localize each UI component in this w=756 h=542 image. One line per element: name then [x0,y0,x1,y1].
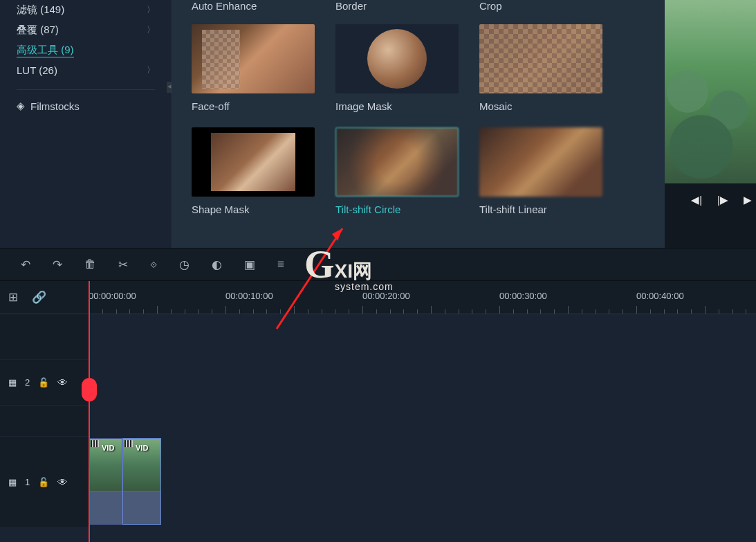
chevron-right-icon: 〉 [147,64,155,76]
effect-thumbnail [479,127,602,197]
effect-label: Crop [479,0,604,12]
effect-label: Tilt-shift Circle [335,204,460,215]
player-controls: ◀| |▶ ▶ [665,194,756,206]
sidebar-item-lut[interactable]: LUT (26) 〉 [17,61,155,80]
effect-item-image-mask[interactable]: Image Mask [335,24,460,112]
sidebar-item-filters[interactable]: 滤镜 (149) 〉 [17,0,155,20]
timeline-playhead[interactable] [89,281,90,542]
effect-label: Mosaic [479,100,604,112]
timeline-ruler[interactable]: 00:00:00:00 00:00:10:00 00:00:20:00 00:0… [89,281,756,314]
playhead-handle[interactable] [82,378,97,401]
track-number: 1 [25,477,30,487]
timeline-toolbar: ↶ ↷ 🗑 ✂ ⟐ ◷ ◐ ▣ ≡ [0,248,756,281]
timecode: 00:00:00:00 [89,291,136,301]
effect-label: Image Mask [335,100,460,112]
video-clip-1[interactable]: VID [89,438,122,525]
clip-label: VID [102,444,114,452]
effect-item-tilt-shift-circle[interactable]: Tilt-shift Circle [335,127,460,215]
add-marker-icon[interactable]: ⊞ [8,290,18,305]
timeline-section: ⊞ 🔗 00:00:00:00 00:00:10:00 00:00:20:00 … [0,281,756,527]
effect-thumbnail [335,127,459,197]
effect-thumbnail [479,24,602,93]
effect-item-shape-mask[interactable]: Shape Mask [192,127,316,215]
lock-icon[interactable]: 🔓 [38,477,49,487]
effect-thumbnail [192,24,315,93]
timecode: 00:00:10:00 [225,291,273,301]
prev-frame-button[interactable]: ◀| [691,194,702,206]
delete-icon[interactable]: 🗑 [84,258,96,271]
sidebar-item-overlays[interactable]: 叠覆 (87) 〉 [17,20,155,40]
effect-thumbnail [335,24,459,93]
sidebar-item-advanced-tools[interactable]: 高级工具 (9) [17,40,155,61]
collapse-sidebar-handle[interactable] [167,82,172,93]
effect-thumbnail [192,127,315,197]
effects-grid-panel: Auto Enhance Border Crop Face-off Image … [172,0,665,248]
crop-icon[interactable]: ⟐ [150,258,157,271]
filmstocks-link[interactable]: ◈ Filmstocks [17,100,155,112]
effect-label: Border [335,0,460,12]
play-button[interactable]: ▶ [744,194,752,206]
video-clip-2[interactable]: VID [122,438,161,525]
timeline-ruler-row: ⊞ 🔗 00:00:00:00 00:00:10:00 00:00:20:00 … [0,281,756,314]
timecode: 00:00:30:00 [499,291,547,301]
timecode: 00:00:20:00 [362,291,410,301]
green-screen-icon[interactable]: ▣ [244,258,255,272]
timeline-track-2: ▦ 2 🔓 👁 [0,360,756,405]
effect-item-face-off[interactable]: Face-off [192,24,316,112]
effect-item-mosaic[interactable]: Mosaic [479,24,604,112]
lock-icon[interactable]: 🔓 [38,377,49,388]
timeline-track-spacer [0,406,756,436]
effect-item-tilt-shift-linear[interactable]: Tilt-shift Linear [479,127,604,215]
visibility-icon[interactable]: 👁 [57,476,68,488]
speed-icon[interactable]: ◷ [179,258,190,272]
film-icon: ▦ [8,377,17,388]
next-frame-button[interactable]: |▶ [717,194,728,206]
effect-label: Shape Mask [192,204,316,215]
divider [17,89,155,90]
timeline-track-1: ▦ 1 🔓 👁 VID VID [0,437,756,527]
chevron-right-icon: 〉 [147,24,155,36]
redo-icon[interactable]: ↷ [53,258,62,272]
link-icon[interactable]: 🔗 [32,290,46,305]
clip-label: VID [136,444,148,452]
visibility-icon[interactable]: 👁 [57,377,68,388]
effect-label: Auto Enhance [192,0,316,12]
chevron-right-icon: 〉 [147,4,155,16]
undo-icon[interactable]: ↶ [21,258,30,272]
category-sidebar: 滤镜 (149) 〉 叠覆 (87) 〉 高级工具 (9) LUT (26) 〉… [0,0,172,248]
preview-image [665,0,756,183]
settings-icon[interactable]: ≡ [277,258,284,271]
effect-label: Face-off [192,100,316,112]
cube-icon: ◈ [17,100,25,112]
video-preview-panel: ◀| |▶ ▶ [665,0,756,248]
timecode: 00:00:40:00 [636,291,684,301]
track-number: 2 [25,377,30,388]
cut-icon[interactable]: ✂ [118,258,128,272]
film-icon: ▦ [8,477,17,487]
timeline-track-empty [0,314,756,359]
color-icon[interactable]: ◐ [212,258,222,272]
effect-label: Tilt-shift Linear [479,204,604,215]
